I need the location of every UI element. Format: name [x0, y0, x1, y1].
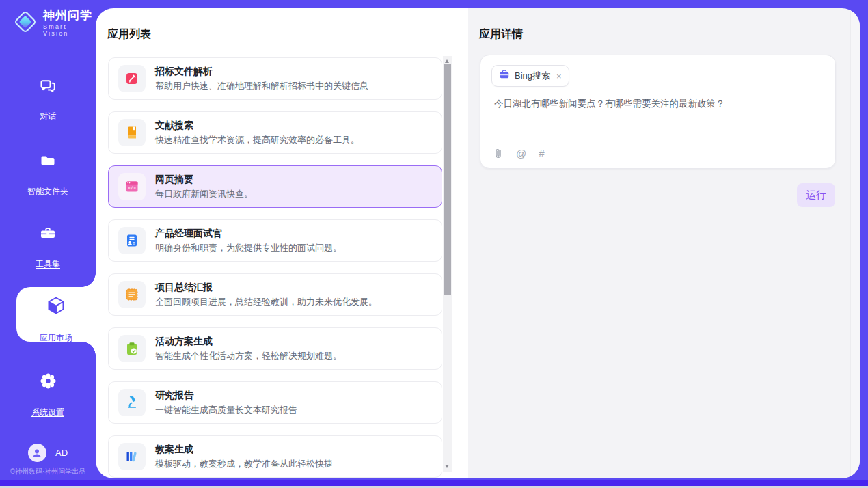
clipboard-check-icon — [118, 335, 146, 362]
app-card-desc: 明确身份和职责，为您提供专业性的面试问题。 — [155, 243, 342, 254]
app-detail-panel: 应用详情 Bing搜索 × 今日湖北有哪些新闻要点？有哪些需要关注的最新政策？ — [468, 8, 860, 478]
sidebar-item-label: 对话 — [40, 111, 56, 122]
app-card-title: 项目总结汇报 — [155, 282, 377, 294]
hash-icon[interactable]: # — [539, 148, 544, 159]
book-icon — [118, 119, 146, 146]
app-card-desc: 帮助用户快速、准确地理解和解析招标书中的关键信息 — [155, 81, 368, 92]
app-card-research-report[interactable]: 研究报告 一键智能生成高质量长文本研究报告 — [108, 381, 442, 424]
app-card-bid-analysis[interactable]: 招标文件解析 帮助用户快速、准确地理解和解析招标书中的关键信息 — [108, 57, 442, 100]
copyright-footer: ©神州数码·神州问学出品 — [0, 467, 96, 476]
brand-logo: 神州问学 Smart Vision — [12, 9, 96, 38]
app-card-title: 网页摘要 — [155, 174, 253, 186]
chat-icon — [0, 77, 96, 94]
sidebar-item-chat[interactable]: 对话 — [0, 77, 96, 122]
sidebar-item-toolset[interactable]: 工具集 — [0, 224, 96, 270]
scrollbar-thumb[interactable] — [444, 64, 451, 295]
user-avatar-icon — [28, 444, 46, 462]
scroll-up-arrow-icon[interactable] — [445, 59, 449, 63]
tool-tag-label: Bing搜索 — [515, 70, 550, 82]
brand-name: 神州问学 — [43, 10, 96, 23]
sidebar-item-smart-folder[interactable]: 智能文件夹 — [0, 152, 96, 198]
toolbox-icon — [0, 224, 96, 242]
app-card-title: 研究报告 — [155, 390, 297, 402]
sidebar-item-label: 系统设置 — [31, 407, 64, 418]
folder-icon — [0, 152, 96, 170]
tag-close-icon[interactable]: × — [556, 71, 562, 81]
app-card-list: 招标文件解析 帮助用户快速、准确地理解和解析招标书中的关键信息 文献搜索 — [108, 57, 442, 478]
sidebar-item-settings[interactable]: 系统设置 — [0, 372, 96, 418]
tool-tag-bing-search[interactable]: Bing搜索 × — [491, 65, 569, 87]
brand-subtitle: Smart Vision — [43, 23, 96, 37]
webpage-code-icon: </> — [118, 173, 146, 200]
input-toolbar: @ # — [493, 148, 545, 159]
gear-icon — [0, 372, 96, 390]
run-button[interactable]: 运行 — [797, 183, 835, 207]
edit-document-icon — [118, 65, 146, 92]
bottom-bar — [0, 480, 868, 486]
app-card-title: 文献搜索 — [155, 120, 360, 132]
app-card-project-summary[interactable]: 项目总结汇报 全面回顾项目进展，总结经验教训，助力未来优化发展。 — [108, 273, 442, 316]
user-label: AD — [55, 448, 68, 458]
app-card-desc: 模板驱动，教案秒成，教学准备从此轻松快捷 — [155, 459, 333, 470]
app-card-lesson-plan[interactable]: 教案生成 模板驱动，教案秒成，教学准备从此轻松快捷 — [108, 435, 442, 478]
app-list-panel: 应用列表 招标文件解析 帮助用户快速、准确地理解和解析招标书中的关键信息 — [96, 8, 468, 478]
app-list-title: 应用列表 — [107, 27, 151, 42]
app-card-title: 活动方案生成 — [155, 336, 342, 348]
sidebar-item-label: 应用市场 — [40, 332, 72, 344]
app-card-pm-interviewer[interactable]: 产品经理面试官 明确身份和职责，为您提供专业性的面试问题。 — [108, 219, 442, 262]
interview-document-icon — [118, 227, 146, 254]
app-card-desc: 一键智能生成高质量长文本研究报告 — [155, 405, 297, 416]
app-card-desc: 智能生成个性化活动方案，轻松解决规划难题。 — [155, 351, 342, 362]
app-card-desc: 每日政府新闻资讯快查。 — [155, 189, 253, 200]
sidebar-item-label: 智能文件夹 — [27, 186, 68, 198]
mention-icon[interactable]: @ — [516, 148, 526, 159]
detail-scrollbar[interactable] — [850, 8, 860, 478]
app-card-literature-search[interactable]: 文献搜索 快速精准查找学术资源，提高研究效率的必备工具。 — [108, 111, 442, 154]
app-card-desc: 全面回顾项目进展，总结经验教训，助力未来优化发展。 — [155, 297, 377, 308]
prompt-input-card: Bing搜索 × 今日湖北有哪些新闻要点？有哪些需要关注的最新政策？ @ # — [480, 55, 836, 169]
note-icon — [118, 281, 146, 308]
app-detail-title: 应用详情 — [479, 27, 523, 42]
list-scrollbar[interactable] — [443, 56, 452, 472]
app-card-title: 招标文件解析 — [155, 66, 368, 78]
diamond-icon — [12, 9, 38, 38]
books-icon — [118, 443, 146, 470]
sidebar-item-app-market[interactable]: 应用市场 — [16, 287, 96, 342]
scroll-down-arrow-icon[interactable] — [445, 465, 449, 468]
main-content: 应用列表 招标文件解析 帮助用户快速、准确地理解和解析招标书中的关键信息 — [96, 8, 860, 478]
microscope-icon — [118, 389, 146, 416]
app-card-title: 教案生成 — [155, 444, 333, 456]
app-card-title: 产品经理面试官 — [155, 228, 342, 240]
query-input[interactable]: 今日湖北有哪些新闻要点？有哪些需要关注的最新政策？ — [494, 98, 822, 111]
sidebar: 神州问学 Smart Vision 对话 智能文件夹 — [0, 0, 96, 488]
cube-icon — [16, 295, 96, 316]
user-account[interactable]: AD — [0, 444, 96, 462]
app-card-web-summary[interactable]: </> 网页摘要 每日政府新闻资讯快查。 — [108, 165, 442, 208]
sidebar-item-label: 工具集 — [36, 258, 60, 270]
briefcase-icon — [499, 69, 510, 83]
app-card-event-plan[interactable]: 活动方案生成 智能生成个性化活动方案，轻松解决规划难题。 — [108, 327, 442, 370]
paperclip-icon[interactable] — [493, 148, 504, 159]
app-card-desc: 快速精准查找学术资源，提高研究效率的必备工具。 — [155, 135, 360, 146]
svg-text:</>: </> — [128, 185, 136, 191]
